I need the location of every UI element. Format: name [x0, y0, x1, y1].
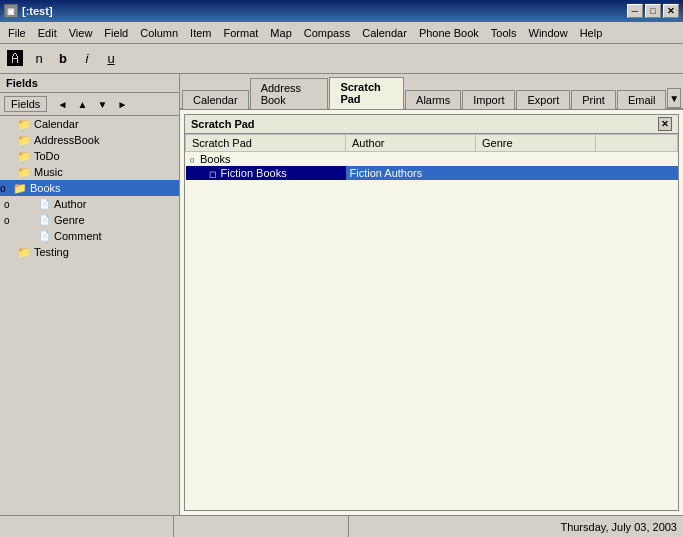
menu-format[interactable]: Format: [218, 25, 265, 41]
col-author: Author: [346, 135, 476, 152]
status-date: Thursday, July 03, 2003: [560, 521, 677, 533]
cell-scratch-name: ◻ Fiction Books: [186, 166, 346, 180]
menu-view[interactable]: View: [63, 25, 99, 41]
tree-label-music: Music: [34, 166, 63, 178]
menu-field[interactable]: Field: [98, 25, 134, 41]
folder-icon: 📁: [16, 133, 32, 147]
tab-addressbook[interactable]: Address Book: [250, 78, 329, 109]
tree-item-author[interactable]: o 📄 Author: [0, 196, 179, 212]
scratch-pad-header: Scratch Pad ✕: [185, 115, 678, 134]
tab-print[interactable]: Print: [571, 90, 616, 109]
fields-fwd-button[interactable]: ▲: [73, 95, 91, 113]
menu-window[interactable]: Window: [523, 25, 574, 41]
row-marker: ◻: [209, 169, 216, 179]
tree-item-books[interactable]: o 📁 Books: [0, 180, 179, 196]
field-icon: 📄: [36, 229, 52, 243]
scratch-header-buttons: ✕: [658, 117, 672, 131]
tree-item-comment[interactable]: 📄 Comment: [0, 228, 179, 244]
fields-toolbar: Fields ◄ ▲ ▼ ►: [0, 93, 179, 116]
menu-column[interactable]: Column: [134, 25, 184, 41]
tab-export[interactable]: Export: [516, 90, 570, 109]
menu-file[interactable]: File: [2, 25, 32, 41]
field-icon: 📄: [36, 213, 52, 227]
right-panel: Calendar Address Book Scratch Pad Alarms…: [180, 74, 683, 515]
tab-dropdown[interactable]: ▼: [667, 88, 681, 108]
fields-tab[interactable]: Fields: [4, 96, 47, 112]
tab-alarms[interactable]: Alarms: [405, 90, 461, 109]
genre-marker: o: [4, 215, 16, 226]
tree-label-author: Author: [54, 198, 86, 210]
tab-calendar[interactable]: Calendar: [182, 90, 249, 109]
tree-item-addressbook[interactable]: 📁 AddressBook: [0, 132, 179, 148]
tree-label-todo: ToDo: [34, 150, 60, 162]
col-genre: Genre: [476, 135, 596, 152]
cell-author: Fiction Authors: [346, 166, 476, 180]
menu-help[interactable]: Help: [574, 25, 609, 41]
menu-compass[interactable]: Compass: [298, 25, 356, 41]
fields-toolbar-buttons: ◄ ▲ ▼ ►: [53, 95, 131, 113]
close-button[interactable]: ✕: [663, 4, 679, 18]
group-label-books: ○ Books: [186, 152, 678, 167]
fields-down-button[interactable]: ▼: [93, 95, 111, 113]
title-bar-buttons[interactable]: ─ □ ✕: [627, 4, 679, 18]
tree-label-books: Books: [30, 182, 61, 194]
status-section-3: Thursday, July 03, 2003: [349, 516, 684, 537]
field-icon: 📄: [36, 197, 52, 211]
menu-calendar[interactable]: Calendar: [356, 25, 413, 41]
folder-icon: 📁: [16, 165, 32, 179]
toolbar: 🅰 n b i u: [0, 44, 683, 74]
minimize-button[interactable]: ─: [627, 4, 643, 18]
table-row-fiction-books[interactable]: ◻ Fiction Books Fiction Authors: [186, 166, 678, 180]
menu-item[interactable]: Item: [184, 25, 217, 41]
tree-label-addressbook: AddressBook: [34, 134, 99, 146]
data-table: Scratch Pad Author Genre ○ Books: [185, 134, 678, 180]
tree-label-testing: Testing: [34, 246, 69, 258]
status-section-2: [174, 516, 348, 537]
italic-button[interactable]: i: [76, 48, 98, 70]
tree-item-music[interactable]: 📁 Music: [0, 164, 179, 180]
books-marker: o: [0, 183, 12, 194]
table-header-row: Scratch Pad Author Genre: [186, 135, 678, 152]
tab-scratchpad[interactable]: Scratch Pad: [329, 77, 404, 109]
tree-label-comment: Comment: [54, 230, 102, 242]
tree-label-calendar: Calendar: [34, 118, 79, 130]
underline-button[interactable]: u: [100, 48, 122, 70]
tree-item-genre[interactable]: o 📄 Genre: [0, 212, 179, 228]
tab-email[interactable]: Email: [617, 90, 667, 109]
bold-button[interactable]: b: [52, 48, 74, 70]
menu-tools[interactable]: Tools: [485, 25, 523, 41]
tree-item-todo[interactable]: 📁 ToDo: [0, 148, 179, 164]
group-name-books: Books: [200, 153, 231, 165]
col-scratchpad: Scratch Pad: [186, 135, 346, 152]
menu-map[interactable]: Map: [264, 25, 297, 41]
left-panel: Fields Fields ◄ ▲ ▼ ► 📁 Calendar 📁 Addre…: [0, 74, 180, 515]
maximize-button[interactable]: □: [645, 4, 661, 18]
fields-header: Fields: [0, 74, 179, 93]
toolbar-n-button[interactable]: n: [28, 48, 50, 70]
menu-edit[interactable]: Edit: [32, 25, 63, 41]
menu-phonebook[interactable]: Phone Book: [413, 25, 485, 41]
cell-extra: [596, 166, 678, 180]
tree-item-calendar[interactable]: 📁 Calendar: [0, 116, 179, 132]
tree-item-testing[interactable]: 📁 Testing: [0, 244, 179, 260]
window-title: [:test]: [22, 5, 53, 17]
status-section-1: [0, 516, 174, 537]
group-row-books[interactable]: ○ Books: [186, 152, 678, 167]
tree-area: 📁 Calendar 📁 AddressBook 📁 ToDo 📁 Music: [0, 116, 179, 515]
fields-action-button[interactable]: ►: [113, 95, 131, 113]
cell-genre: [476, 166, 596, 180]
folder-icon: 📁: [16, 117, 32, 131]
title-bar-left: ▣ [:test]: [4, 4, 53, 18]
status-bar: Thursday, July 03, 2003: [0, 515, 683, 537]
expand-icon[interactable]: ○: [190, 155, 195, 165]
scratch-expand-button[interactable]: ✕: [658, 117, 672, 131]
title-bar: ▣ [:test] ─ □ ✕: [0, 0, 683, 22]
scratch-table: Scratch Pad Author Genre ○ Books: [185, 134, 678, 510]
window-icon: ▣: [4, 4, 18, 18]
menu-bar: File Edit View Field Column Item Format …: [0, 22, 683, 44]
scratch-pad-panel: Scratch Pad ✕ Scratch Pad Author Genre: [184, 114, 679, 511]
tab-import[interactable]: Import: [462, 90, 515, 109]
toolbar-icon1[interactable]: 🅰: [4, 48, 26, 70]
folder-icon: 📁: [16, 149, 32, 163]
fields-back-button[interactable]: ◄: [53, 95, 71, 113]
